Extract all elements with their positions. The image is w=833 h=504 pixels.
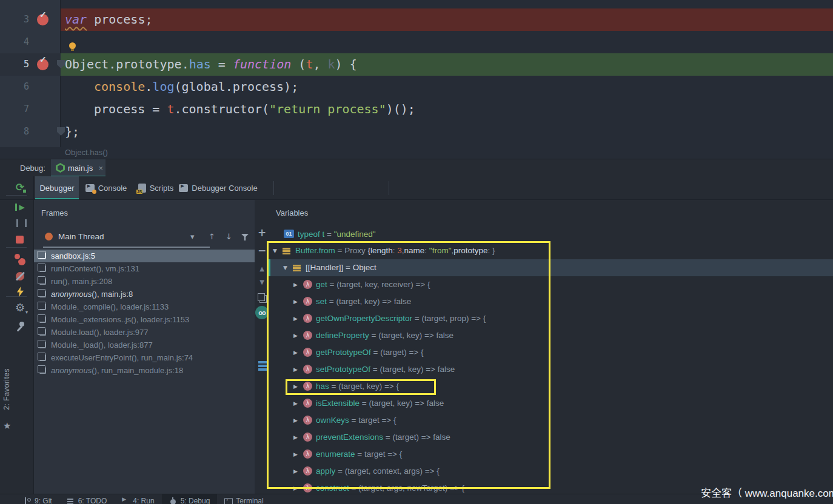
remove-icon[interactable]: − [255, 244, 269, 257]
variable-value: "from" [429, 246, 452, 255]
watch-row[interactable]: 01 typeof t = "undefined" [269, 228, 833, 240]
add-icon[interactable]: + [255, 226, 269, 239]
statusbar-item--debug[interactable]: 5: Debug [162, 494, 218, 504]
frame-row[interactable]: Module._load(), loader.js:877 [34, 339, 255, 351]
watch-values-icon[interactable]: oo [255, 306, 269, 319]
chevron-collapsed-icon[interactable]: ▶ [293, 463, 298, 480]
code-line[interactable]: var process; [65, 8, 153, 31]
chevron-collapsed-icon[interactable]: ▶ [293, 395, 298, 412]
tab-console[interactable]: Console [82, 176, 130, 200]
line-number[interactable]: 4 [0, 31, 29, 53]
intention-bulb-icon[interactable] [69, 42, 76, 49]
chevron-collapsed-icon[interactable]: ▶ [293, 293, 298, 310]
breakpoint-icon[interactable] [37, 59, 49, 70]
scrollbar-thumb[interactable] [43, 247, 210, 248]
favorites-stripe-label[interactable]: 2: Favorites [2, 368, 11, 410]
code-line[interactable]: console.log(global.process); [94, 76, 298, 98]
line-number[interactable]: 5 [0, 53, 29, 76]
variable-row[interactable]: ▶defineProperty = (target, key) => false [269, 327, 833, 344]
chevron-collapsed-icon[interactable]: ▶ [293, 276, 298, 293]
breadcrumb[interactable]: Object.has() [65, 147, 108, 159]
filter-icon[interactable] [241, 234, 249, 240]
code-line[interactable]: process = t.constructor("return process"… [94, 98, 415, 121]
frame-row[interactable]: Module.load(), loader.js:977 [34, 326, 255, 339]
tab-debugger[interactable]: Debugger [35, 176, 79, 200]
stop-icon[interactable] [13, 233, 27, 247]
debug-session-tab[interactable]: main.js × [51, 159, 105, 177]
variable-row[interactable]: ▶getPrototypeOf = (target) => { [269, 344, 833, 361]
lambda-icon [303, 297, 312, 306]
variable-row[interactable]: ▶set = (target, key) => false [269, 293, 833, 310]
tab-scripts[interactable]: Scripts [135, 176, 177, 200]
statusbar-item--git[interactable]: 9: Git [16, 494, 59, 504]
chevron-collapsed-icon[interactable]: ▶ [293, 327, 298, 344]
chevron-collapsed-icon[interactable]: ▶ [293, 378, 298, 395]
statusbar-item--todo[interactable]: 6: TODO [59, 494, 115, 504]
frame-row[interactable]: anonymous(), main.js:8 [34, 288, 255, 300]
line-number[interactable]: 8 [0, 121, 29, 143]
chevron-collapsed-icon[interactable]: ▶ [293, 361, 298, 378]
variable-row-has[interactable]: ▶has = (target, key) => { [269, 378, 833, 395]
chevron-down-icon[interactable]: ▾ [190, 228, 195, 245]
code-token: function [233, 57, 291, 71]
chevron-collapsed-icon[interactable]: ▶ [293, 344, 298, 361]
frame-row[interactable]: anonymous(), run_main_module.js:18 [34, 364, 255, 377]
variable-row[interactable]: ▶ownKeys = target => { [269, 412, 833, 429]
rerun-icon[interactable]: ⟳ [13, 181, 27, 194]
scroll-down-icon[interactable]: ▼ [255, 275, 269, 288]
layout-menu-icon[interactable] [257, 359, 269, 372]
resume-icon[interactable]: ▶ [13, 201, 27, 214]
frame-row[interactable]: runInContext(), vm.js:131 [34, 262, 255, 275]
pin-icon[interactable] [13, 320, 27, 334]
frame-row[interactable]: executeUserEntryPoint(), run_main.js:74 [34, 351, 255, 364]
favorites-star-icon[interactable]: ★ [3, 420, 11, 431]
line-number[interactable]: 3 [0, 8, 29, 31]
variable-value: = (target, key) => false [327, 297, 411, 306]
frame-down-icon[interactable]: ↓ [226, 228, 232, 245]
close-icon[interactable]: × [98, 159, 103, 177]
chevron-collapsed-icon[interactable]: ▶ [293, 446, 298, 463]
variable-text: enumerate = target => { [316, 446, 402, 463]
chevron-expanded-icon[interactable]: ▼ [273, 242, 277, 259]
code-token: .constructor( [174, 102, 269, 116]
scroll-up-icon[interactable]: ▲ [255, 262, 269, 275]
chevron-collapsed-icon[interactable]: ▶ [293, 310, 298, 327]
statusbar-item-terminal[interactable]: Terminal [217, 494, 270, 504]
copy-stack-icon[interactable] [255, 290, 269, 303]
line-number[interactable]: 2 [0, 0, 29, 8]
frame-row[interactable]: Module._extensions..js(), loader.js:1153 [34, 313, 255, 326]
view-breakpoints-icon[interactable] [13, 253, 27, 267]
frame-row[interactable]: Module._compile(), loader.js:1133 [34, 300, 255, 313]
variable-row[interactable]: ▶preventExtensions = (target) => false [269, 429, 833, 446]
breakpoint-icon[interactable] [37, 14, 49, 25]
variable-row[interactable]: ▶apply = (target, context, args) => { [269, 463, 833, 480]
variable-row[interactable]: ▶isExtensible = (target, key) => false [269, 395, 833, 412]
tab-debugger-console[interactable]: Debugger Console [178, 176, 258, 200]
stack-frame-icon [39, 367, 46, 374]
thread-selector[interactable]: Main Thread ▾ ↑ ↓ [34, 228, 255, 245]
frame-row[interactable]: sandbox.js:5 [34, 250, 255, 262]
code-token: log [152, 79, 174, 94]
pause-icon[interactable] [13, 217, 27, 230]
chevron-expanded-icon[interactable]: ▼ [283, 259, 287, 276]
chevron-collapsed-icon[interactable]: ▶ [293, 429, 298, 446]
chevron-collapsed-icon[interactable]: ▶ [293, 412, 298, 429]
variable-row[interactable]: ▶getOwnPropertyDescriptor = (target, pro… [269, 310, 833, 327]
quick-eval-icon[interactable] [13, 285, 27, 298]
session-tab-label: main.js [68, 159, 93, 177]
frame-up-icon[interactable]: ↑ [209, 228, 215, 245]
settings-icon[interactable]: ⚙ [13, 301, 27, 314]
statusbar-item--run[interactable]: 4: Run [114, 494, 161, 504]
line-number[interactable]: 7 [0, 98, 29, 121]
line-number[interactable]: 6 [0, 76, 29, 98]
variable-row[interactable]: ▶enumerate = target => { [269, 446, 833, 463]
variable-row[interactable]: ▼Buffer.from = Proxy {length: 3,name: "f… [269, 242, 833, 259]
frame-row[interactable]: run(), main.js:208 [34, 275, 255, 288]
variable-row[interactable]: ▶get = (target, key, receiver) => { [269, 276, 833, 293]
variable-row[interactable]: ▶setPrototypeOf = (target, key) => false [269, 361, 833, 378]
code-line[interactable]: Object.prototype.has = function (t, k) { [65, 53, 357, 76]
code-line[interactable]: }; [65, 121, 79, 143]
code-token: process; [87, 12, 152, 27]
variable-row[interactable]: ▼[[Handler]] = Object [269, 259, 833, 276]
mute-breakpoints-icon[interactable] [13, 270, 27, 283]
